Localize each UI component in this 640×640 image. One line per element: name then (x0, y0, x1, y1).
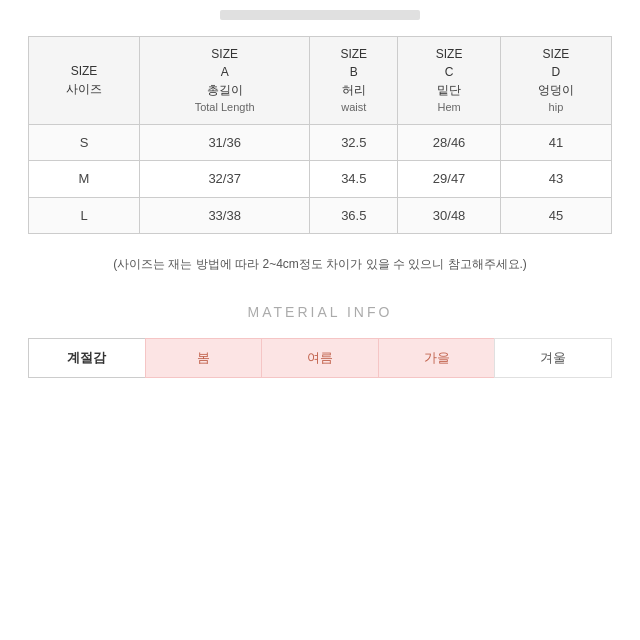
col-header-d: SIZE D 엉덩이 hip (500, 37, 611, 125)
table-cell-colc: 30/48 (398, 197, 501, 234)
col-header-c: SIZE C 밑단 Hem (398, 37, 501, 125)
size-table-wrapper: SIZE 사이즈 SIZE A 총길이 Total Length SIZE B … (0, 36, 640, 234)
table-cell-size: L (29, 197, 140, 234)
table-row: M32/3734.529/4743 (29, 161, 612, 198)
season-tab-yeoreum[interactable]: 여름 (261, 338, 378, 378)
col-header-b: SIZE B 허리 waist (310, 37, 398, 125)
season-tab-gyeoul[interactable]: 겨울 (494, 338, 612, 378)
table-cell-cola: 31/36 (140, 124, 310, 161)
table-cell-cold: 43 (500, 161, 611, 198)
top-image-placeholder (220, 10, 420, 20)
size-table: SIZE 사이즈 SIZE A 총길이 Total Length SIZE B … (28, 36, 612, 234)
table-header-row: SIZE 사이즈 SIZE A 총길이 Total Length SIZE B … (29, 37, 612, 125)
table-cell-size: S (29, 124, 140, 161)
table-cell-colc: 28/46 (398, 124, 501, 161)
table-row: L33/3836.530/4845 (29, 197, 612, 234)
season-tab-gyejeolgam[interactable]: 계절감 (28, 338, 145, 378)
table-cell-cola: 33/38 (140, 197, 310, 234)
disclaimer-text: (사이즈는 재는 방법에 따라 2~4cm정도 차이가 있을 수 있으니 참고해… (0, 254, 640, 274)
table-cell-cold: 41 (500, 124, 611, 161)
table-cell-colb: 36.5 (310, 197, 398, 234)
top-image-area (0, 10, 640, 20)
table-cell-size: M (29, 161, 140, 198)
material-info-title: MATERIAL INFO (0, 304, 640, 320)
table-cell-colc: 29/47 (398, 161, 501, 198)
table-cell-colb: 32.5 (310, 124, 398, 161)
table-cell-cola: 32/37 (140, 161, 310, 198)
table-cell-cold: 45 (500, 197, 611, 234)
col-header-a: SIZE A 총길이 Total Length (140, 37, 310, 125)
page-wrapper: SIZE 사이즈 SIZE A 총길이 Total Length SIZE B … (0, 0, 640, 398)
table-row: S31/3632.528/4641 (29, 124, 612, 161)
season-tabs: 계절감봄여름가을겨울 (0, 338, 640, 378)
season-tab-gaeul[interactable]: 가을 (378, 338, 495, 378)
table-cell-colb: 34.5 (310, 161, 398, 198)
col-header-size: SIZE 사이즈 (29, 37, 140, 125)
season-tab-bom[interactable]: 봄 (145, 338, 262, 378)
size-table-body: S31/3632.528/4641M32/3734.529/4743L33/38… (29, 124, 612, 234)
